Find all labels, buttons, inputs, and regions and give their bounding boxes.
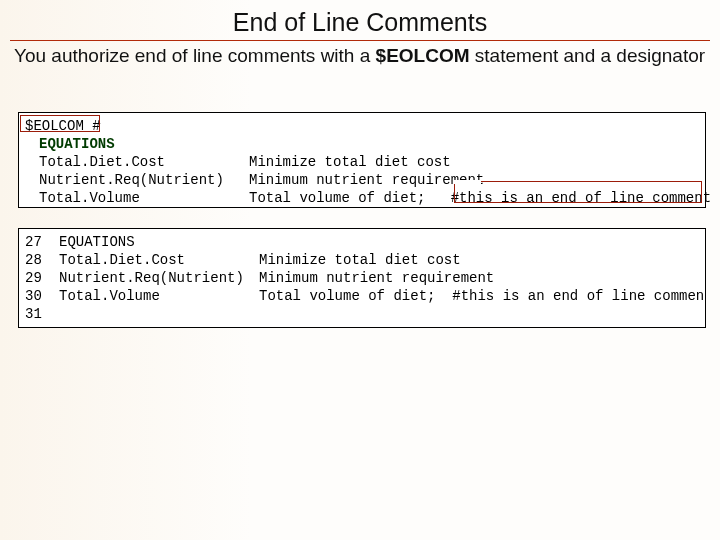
listing-col-name: Total.Diet.Cost — [59, 251, 259, 269]
subtitle-pre: You authorize end of line comments with … — [14, 45, 376, 66]
listing-code-box: 27EQUATIONS 28Total.Diet.CostMinimize to… — [18, 228, 706, 328]
subtitle-post: statement and a designator — [470, 45, 706, 66]
code-line: Total.Diet.CostMinimize total diet cost — [25, 153, 699, 171]
slide-title: End of Line Comments — [0, 8, 720, 37]
listing-col-name: Total.Volume — [59, 287, 259, 305]
line-number: 28 — [25, 251, 59, 269]
code-col-name: Nutrient.Req(Nutrient) — [39, 171, 249, 189]
code-line-equations: EQUATIONS — [25, 135, 699, 153]
source-code-box: $EOLCOM # EQUATIONS Total.Diet.CostMinim… — [18, 112, 706, 208]
listing-col-desc: Total volume of diet; #this is an end of… — [259, 288, 706, 304]
code-col-name: Total.Volume — [39, 189, 249, 207]
code-col-desc: Minimum nutrient requirement — [249, 172, 484, 188]
code-line-eolcom: $EOLCOM # — [25, 117, 699, 135]
listing-col-name: EQUATIONS — [59, 233, 259, 251]
listing-row: 31 — [25, 305, 699, 323]
code-line: Nutrient.Req(Nutrient)Minimum nutrient r… — [25, 171, 699, 189]
line-number: 29 — [25, 269, 59, 287]
code-col-name: Total.Diet.Cost — [39, 153, 249, 171]
line-number: 30 — [25, 287, 59, 305]
listing-col-desc: Minimum nutrient requirement — [259, 270, 494, 286]
code-col-desc: Total volume of diet; #this is an end of… — [249, 190, 711, 206]
subtitle-keyword: $EOLCOM — [376, 45, 470, 66]
title-underline — [10, 40, 710, 41]
slide-subtitle: You authorize end of line comments with … — [14, 44, 714, 68]
listing-row: 29Nutrient.Req(Nutrient)Minimum nutrient… — [25, 269, 699, 287]
listing-col-desc: Minimize total diet cost — [259, 252, 461, 268]
listing-row: 27EQUATIONS — [25, 233, 699, 251]
line-number: 27 — [25, 233, 59, 251]
code-col-desc: Minimize total diet cost — [249, 154, 451, 170]
listing-row: 30Total.VolumeTotal volume of diet; #thi… — [25, 287, 699, 305]
line-number: 31 — [25, 305, 59, 323]
listing-col-name: Nutrient.Req(Nutrient) — [59, 269, 259, 287]
listing-row: 28Total.Diet.CostMinimize total diet cos… — [25, 251, 699, 269]
code-line: Total.VolumeTotal volume of diet; #this … — [25, 189, 699, 207]
